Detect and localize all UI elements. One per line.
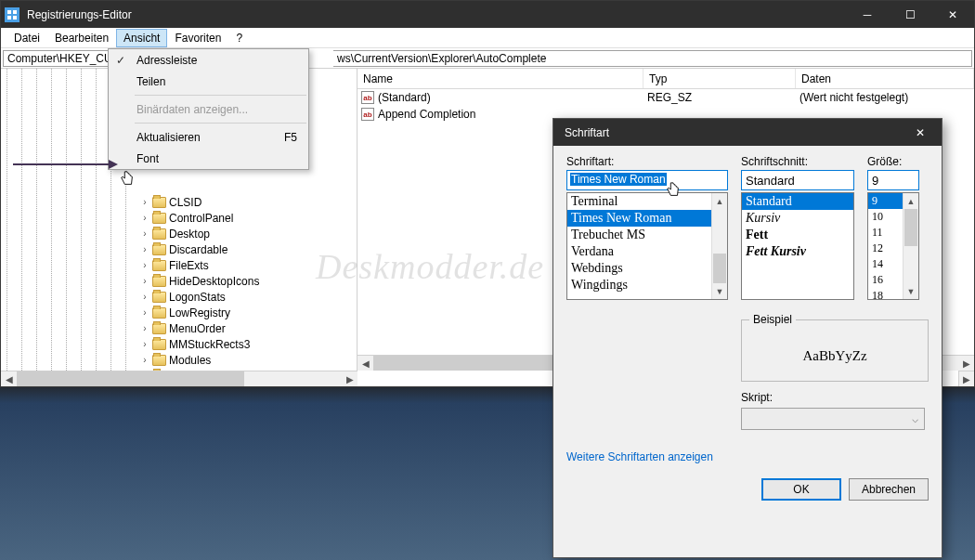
expand-icon[interactable]: › xyxy=(140,323,150,333)
expand-icon[interactable]: › xyxy=(140,276,150,286)
tree-label: LowRegistry xyxy=(169,306,230,319)
menu-ansicht[interactable]: Ansicht xyxy=(116,29,167,47)
folder-icon xyxy=(152,323,166,334)
scroll-right-button[interactable]: ▶ xyxy=(958,356,974,371)
style-label: Schriftschnitt: xyxy=(741,155,854,168)
font-option[interactable]: Terminal xyxy=(567,193,727,210)
dialog-close-button[interactable]: ✕ xyxy=(899,119,942,146)
font-listbox[interactable]: TerminalTimes New RomanTrebuchet MSVerda… xyxy=(566,192,728,300)
menu-item[interactable]: Font xyxy=(109,148,308,169)
tree-hscroll[interactable]: ◀ ▶ xyxy=(1,371,358,386)
tree-item[interactable]: ›Discardable xyxy=(140,241,268,257)
col-name[interactable]: Name xyxy=(358,69,644,88)
col-daten[interactable]: Daten xyxy=(796,69,974,88)
dialog-titlebar[interactable]: Schriftart ✕ xyxy=(553,119,942,146)
app-icon xyxy=(5,7,20,22)
svg-rect-2 xyxy=(7,16,11,20)
font-option[interactable]: Webdings xyxy=(567,260,727,277)
scroll-left-button[interactable]: ◀ xyxy=(1,371,17,386)
tree-label: HideDesktopIcons xyxy=(169,275,259,288)
sample-group: Beispiel AaBbYyZz xyxy=(741,313,929,382)
font-option[interactable]: Verdana xyxy=(567,243,727,260)
tree-label: MMStuckRects3 xyxy=(169,338,250,351)
value-type: REG_SZ xyxy=(647,91,800,104)
annotation-arrow xyxy=(13,163,115,165)
tree-item[interactable]: ›MMStuckRects3 xyxy=(140,336,268,352)
titlebar[interactable]: Registrierungs-Editor ─ ☐ ✕ xyxy=(1,1,974,28)
size-scrollbar[interactable]: ▲▼ xyxy=(903,193,918,299)
font-input-sel: Times New Roman xyxy=(570,173,667,186)
tree-item[interactable]: ›LowRegistry xyxy=(140,305,268,320)
minimize-button[interactable]: ─ xyxy=(846,1,889,28)
script-select[interactable]: ⌵ xyxy=(741,408,925,430)
menu-help[interactable]: ? xyxy=(228,29,250,47)
tree-item[interactable]: ›ControlPanel xyxy=(140,210,268,226)
more-fonts-link[interactable]: Weitere Schriftarten anzeigen xyxy=(566,450,713,463)
expand-icon[interactable]: › xyxy=(140,292,150,302)
size-input[interactable] xyxy=(867,170,919,190)
close-button[interactable]: ✕ xyxy=(931,1,974,28)
tree-item[interactable]: ›CLSID xyxy=(140,194,268,210)
style-option[interactable]: Kursiv xyxy=(742,210,853,227)
style-listbox[interactable]: StandardKursivFettFett Kursiv xyxy=(741,192,854,300)
tree-item[interactable]: ›Desktop xyxy=(140,226,268,241)
expand-icon[interactable]: › xyxy=(140,228,150,239)
expand-icon[interactable]: › xyxy=(140,244,150,254)
expand-icon[interactable]: › xyxy=(140,307,150,318)
folder-icon xyxy=(152,213,166,224)
menu-item[interactable]: Adressleiste xyxy=(109,49,308,71)
list-row[interactable]: ab(Standard)REG_SZ(Wert nicht festgelegt… xyxy=(358,89,974,106)
expand-icon[interactable]: › xyxy=(140,355,150,365)
svg-rect-3 xyxy=(13,16,17,20)
menu-bearbeiten[interactable]: Bearbeiten xyxy=(47,29,116,47)
list-header[interactable]: Name Typ Daten xyxy=(358,69,974,89)
expand-icon[interactable]: › xyxy=(140,197,150,207)
tree-label: Discardable xyxy=(169,243,228,256)
style-option[interactable]: Fett Kursiv xyxy=(742,243,853,260)
tree-label: Modules xyxy=(169,354,211,367)
sample-text: AaBbYyZz xyxy=(749,343,920,370)
scroll-right-button[interactable]: ▶ xyxy=(342,371,358,386)
scroll-left-button[interactable]: ◀ xyxy=(358,356,373,371)
menu-favoriten[interactable]: Favoriten xyxy=(167,29,228,47)
tree-item[interactable]: ›MenuOrder xyxy=(140,320,268,336)
tree-item[interactable]: ›FileExts xyxy=(140,257,268,273)
ok-button[interactable]: OK xyxy=(761,478,841,501)
menubar: Datei Bearbeiten Ansicht Favoriten ? xyxy=(1,28,974,48)
expand-icon[interactable]: › xyxy=(140,260,150,270)
address-input-right[interactable] xyxy=(333,50,972,67)
font-scrollbar[interactable]: ▲▼ xyxy=(711,193,727,299)
cancel-button[interactable]: Abbrechen xyxy=(849,478,929,501)
font-option[interactable]: Times New Roman xyxy=(567,210,727,227)
menu-datei[interactable]: Datei xyxy=(6,29,47,47)
menu-item[interactable]: Teilen xyxy=(109,71,308,92)
menu-label: Adressleiste xyxy=(136,54,197,67)
style-option[interactable]: Fett xyxy=(742,227,853,243)
tree-item[interactable]: ›HideDesktopIcons xyxy=(140,273,268,289)
font-option[interactable]: Trebuchet MS xyxy=(567,227,727,243)
script-label: Skript: xyxy=(741,391,773,404)
expand-icon[interactable]: › xyxy=(140,213,150,223)
folder-icon xyxy=(152,339,166,350)
value-data: (Wert nicht festgelegt) xyxy=(800,91,974,104)
folder-icon xyxy=(152,260,166,271)
folder-icon xyxy=(152,307,166,319)
tree-label: ControlPanel xyxy=(169,212,233,225)
dialog-title: Schriftart xyxy=(557,126,899,139)
menu-item[interactable]: AktualisierenF5 xyxy=(109,126,308,148)
font-option[interactable]: Wingdings xyxy=(567,277,727,293)
scroll-thumb[interactable] xyxy=(17,371,244,386)
tree-label: FileExts xyxy=(169,259,209,272)
maximize-button[interactable]: ☐ xyxy=(889,1,931,28)
size-listbox[interactable]: 9101112141618 ▲▼ xyxy=(867,192,919,300)
style-input[interactable] xyxy=(741,170,854,190)
tree-item[interactable]: ›LogonStats xyxy=(140,289,268,305)
folder-icon xyxy=(152,276,166,287)
font-label: Schriftart: xyxy=(566,155,728,168)
scroll-right-outer[interactable]: ▶ xyxy=(958,371,974,386)
folder-icon xyxy=(152,244,166,255)
expand-icon[interactable]: › xyxy=(140,339,150,349)
col-typ[interactable]: Typ xyxy=(644,69,796,88)
style-option[interactable]: Standard xyxy=(742,193,853,210)
tree-item[interactable]: ›Modules xyxy=(140,352,268,368)
